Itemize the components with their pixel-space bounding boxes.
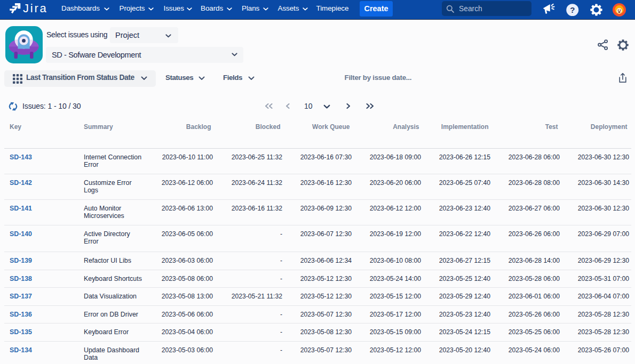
svg-text:?: ? [570,5,575,14]
